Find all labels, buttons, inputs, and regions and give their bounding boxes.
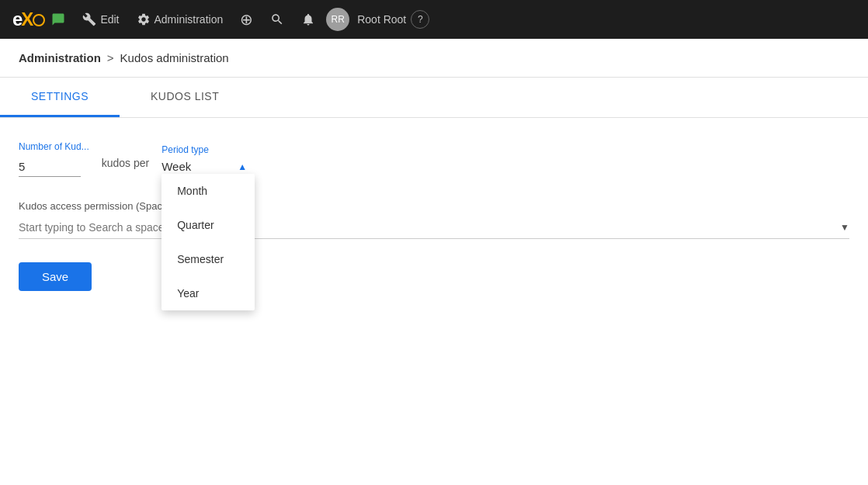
settings-form-row: Number of Kud... kudos per Period type W… — [19, 141, 849, 177]
tab-bar: SETTINGS KUDOS LIST — [0, 78, 868, 118]
kudos-count-field: Number of Kud... — [19, 141, 89, 177]
help-button[interactable]: ? — [411, 10, 429, 29]
chevron-up-icon: ▲ — [238, 161, 247, 172]
chat-button[interactable] — [45, 8, 71, 31]
tab-kudos-list[interactable]: KUDOS LIST — [120, 78, 250, 117]
dropdown-option-quarter[interactable]: Quarter — [161, 208, 255, 242]
help-icon: ? — [418, 14, 423, 25]
administration-button[interactable]: Administration — [130, 8, 230, 31]
tab-settings[interactable]: SETTINGS — [0, 78, 120, 117]
notifications-button[interactable] — [295, 8, 321, 31]
period-type-value: Week — [161, 160, 191, 173]
dropdown-option-month[interactable]: Month — [161, 174, 255, 208]
search-icon — [270, 12, 284, 26]
kudos-per-label: kudos per — [102, 157, 149, 174]
top-navigation: eX Edit Administration ⊕ — [0, 0, 868, 39]
period-type-wrapper: Period type Week ▲ Month Quarter Semeste… — [161, 144, 247, 177]
kudos-count-label: Number of Kud... — [19, 141, 89, 152]
access-search-input[interactable] — [19, 221, 840, 234]
chat-icon — [51, 12, 65, 26]
edit-label: Edit — [100, 13, 119, 26]
bell-icon — [301, 12, 315, 26]
period-type-label: Period type — [161, 144, 247, 155]
administration-label: Administration — [155, 13, 224, 26]
breadcrumb-separator: > — [107, 51, 114, 64]
add-button[interactable]: ⊕ — [234, 5, 259, 33]
avatar: RR — [326, 8, 349, 31]
dropdown-option-semester[interactable]: Semester — [161, 242, 255, 276]
user-menu[interactable]: RR Root Root — [326, 8, 406, 31]
wrench-icon — [82, 12, 96, 26]
breadcrumb: Administration > Kudos administration — [0, 39, 868, 78]
app-logo: eX — [12, 9, 45, 30]
dropdown-option-year[interactable]: Year — [161, 276, 255, 310]
breadcrumb-parent[interactable]: Administration — [19, 51, 101, 64]
kudos-count-input[interactable] — [19, 157, 81, 177]
main-content: Number of Kud... kudos per Period type W… — [0, 118, 868, 485]
nav-actions: Edit Administration ⊕ RR Root Root — [45, 5, 429, 33]
search-button[interactable] — [264, 8, 290, 31]
access-label: Kudos access permission (Spaces only... — [19, 200, 849, 212]
access-input-row: ▼ — [19, 217, 849, 239]
breadcrumb-current: Kudos administration — [120, 51, 229, 64]
gear-icon — [137, 12, 151, 26]
access-permission-field: Kudos access permission (Spaces only... … — [19, 200, 849, 239]
edit-button[interactable]: Edit — [76, 8, 125, 31]
save-button[interactable]: Save — [19, 262, 92, 291]
chevron-down-icon: ▼ — [840, 222, 849, 233]
username-label: Root Root — [357, 13, 406, 26]
period-type-dropdown: Month Quarter Semester Year — [161, 174, 255, 310]
plus-icon: ⊕ — [240, 10, 253, 29]
